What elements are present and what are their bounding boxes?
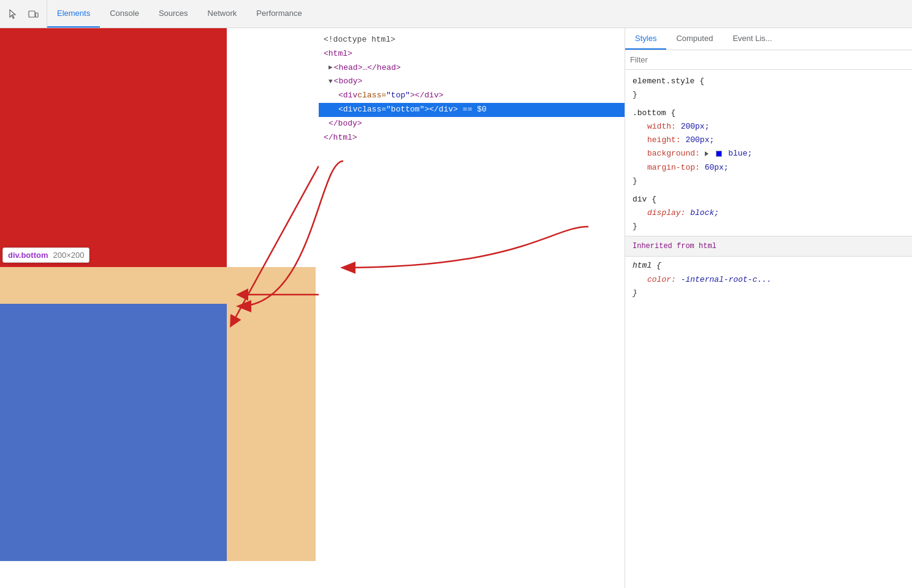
color-property: color:	[647, 275, 676, 284]
width-property: width:	[647, 122, 676, 131]
device-icon[interactable]	[25, 6, 42, 23]
tab-console[interactable]: Console	[100, 0, 149, 28]
html-brace-close: }	[633, 288, 637, 298]
tab-performance[interactable]: Performance	[246, 0, 311, 28]
bottom-prop-height[interactable]: height: 200px;	[633, 134, 905, 147]
html-rule: html { color: -internal-root-c... }	[625, 257, 912, 302]
div-selector-line: div {	[633, 193, 905, 206]
head-triangle: ▶	[329, 62, 333, 74]
background-value: blue;	[728, 149, 752, 158]
bottom-brace-close: }	[633, 176, 637, 186]
tab-elements[interactable]: Elements	[47, 0, 100, 28]
inherited-header: Inherited from html	[625, 236, 912, 257]
height-value: 200px;	[685, 135, 714, 145]
bottom-selector-text: .bottom {	[633, 108, 675, 118]
div-bottom-attr-value: "bottom"	[386, 104, 424, 116]
div-selector-text: div {	[633, 195, 656, 204]
bottom-rule: .bottom { width: 200px; height: 200px; b…	[625, 104, 912, 190]
styles-panel: Styles Computed Event Lis... element.sty…	[625, 28, 912, 588]
selected-dollar: $0	[477, 104, 487, 116]
dom-line-div-top[interactable]: <div class="top"></div>	[319, 89, 625, 103]
div-bottom-close: ></div>	[424, 104, 458, 116]
dom-line-html-open[interactable]: <html>	[319, 47, 625, 61]
body-tag: <body>	[334, 75, 363, 88]
styles-content: element.style { } .bottom { width: 200px…	[625, 70, 912, 588]
bottom-prop-width[interactable]: width: 200px;	[633, 120, 905, 134]
subtab-styles[interactable]: Styles	[625, 28, 666, 50]
elements-panel: <!doctype html> <html> ▶ <head>…</head> …	[319, 28, 625, 588]
div-top-close: ></div>	[410, 89, 444, 102]
inherited-source: html	[699, 242, 716, 251]
inherited-label-text: Inherited from	[633, 242, 699, 251]
display-property: display:	[647, 208, 685, 217]
elements-content: <!doctype html> <html> ▶ <head>…</head> …	[319, 28, 625, 588]
devtools-toolbar: Elements Console Sources Network Perform…	[0, 0, 912, 28]
cursor-icon[interactable]	[5, 6, 22, 23]
html-rule-close: }	[633, 287, 905, 300]
width-value: 200px;	[681, 122, 710, 131]
body-triangle: ▼	[329, 77, 333, 88]
tooltip-selector: div.bottom	[8, 251, 48, 260]
element-style-close: }	[633, 88, 905, 102]
main-area: div.bottom 200×200	[0, 28, 912, 588]
tab-sources[interactable]: Sources	[149, 0, 198, 28]
preview-pane: div.bottom 200×200	[0, 28, 319, 588]
bottom-prop-margin-top[interactable]: margin-top: 60px;	[633, 161, 905, 175]
dom-line-html-close[interactable]: </html>	[319, 131, 625, 145]
styles-subtabs: Styles Computed Event Lis...	[625, 28, 912, 50]
margin-top-value: 60px;	[705, 163, 729, 172]
element-style-brace-close: }	[633, 90, 637, 99]
display-value: block;	[690, 208, 719, 217]
element-style-rule: element.style { }	[625, 72, 912, 104]
selected-equals: ==	[458, 104, 477, 116]
color-value: -internal-root-c...	[681, 275, 772, 284]
element-style-selector-text: element.style {	[633, 77, 704, 86]
div-top-attr-name: class=	[357, 89, 386, 102]
bottom-selector-line: .bottom {	[633, 107, 905, 120]
styles-filter-input[interactable]	[630, 55, 907, 64]
dom-line-body[interactable]: ▼ <body>	[319, 75, 625, 89]
tab-network[interactable]: Network	[198, 0, 247, 28]
div-rule: div { display: block; }	[625, 190, 912, 236]
margin-top-property: margin-top:	[647, 163, 700, 172]
toolbar-icon-group	[0, 0, 47, 28]
div-brace-close: }	[633, 222, 637, 231]
bottom-rule-close: }	[633, 175, 905, 188]
div-bottom-attr-name: class=	[357, 104, 386, 116]
html-close-tag: </html>	[324, 132, 357, 145]
background-property: background:	[647, 149, 700, 158]
dom-line-body-close[interactable]: </body>	[319, 117, 625, 131]
tooltip-size: 200×200	[53, 251, 84, 260]
dom-line-div-bottom[interactable]: <div class="bottom"></div> == $0	[319, 103, 625, 117]
html-open-tag: <html>	[324, 48, 352, 61]
html-selector-line: html {	[633, 259, 905, 273]
dom-line-doctype[interactable]: <!doctype html>	[319, 33, 625, 47]
svg-rect-1	[36, 13, 38, 17]
div-rule-close: }	[633, 220, 905, 233]
doctype-text: <!doctype html>	[324, 34, 395, 47]
top-div-preview	[0, 28, 227, 267]
div-top-attr-value: "top"	[386, 89, 410, 102]
styles-filter-bar	[625, 50, 912, 70]
element-tooltip: div.bottom 200×200	[2, 247, 89, 263]
html-selector-text: html {	[633, 261, 661, 270]
height-property: height:	[647, 135, 681, 145]
element-style-selector: element.style {	[633, 75, 905, 88]
subtab-computed[interactable]: Computed	[666, 28, 723, 50]
head-tag: <head>…</head>	[334, 62, 401, 75]
div-top-tag: <div	[338, 89, 357, 102]
svg-rect-0	[29, 11, 35, 17]
div-prop-display[interactable]: display: block;	[633, 206, 905, 220]
background-color-swatch[interactable]	[716, 151, 722, 157]
subtab-event-listeners[interactable]: Event Lis...	[723, 28, 781, 50]
dom-line-head[interactable]: ▶ <head>…</head>	[319, 61, 625, 75]
bottom-prop-background[interactable]: background: blue;	[633, 147, 905, 160]
div-bottom-tag: <div	[338, 104, 357, 116]
devtools-tabs: Elements Console Sources Network Perform…	[47, 0, 912, 28]
background-triangle-icon[interactable]	[705, 151, 709, 156]
bottom-div-preview	[0, 304, 227, 561]
html-prop-color[interactable]: color: -internal-root-c...	[633, 273, 905, 287]
body-close-tag: </body>	[329, 118, 362, 130]
